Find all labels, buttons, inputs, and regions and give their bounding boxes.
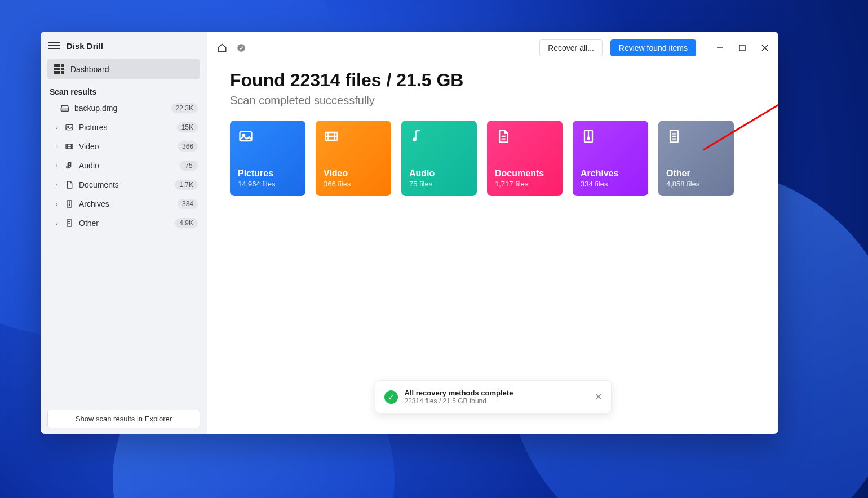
section-header-scan-results: Scan results — [41, 82, 207, 99]
archives-icon — [581, 128, 596, 144]
disk-icon — [60, 103, 70, 113]
documents-icon — [495, 128, 511, 144]
chevron-right-icon: › — [54, 143, 60, 150]
card-subtitle: 1,717 files — [495, 180, 555, 188]
svg-point-14 — [237, 44, 245, 52]
svg-rect-1 — [66, 124, 73, 130]
sidebar-item-dashboard[interactable]: Dashboard — [47, 59, 200, 79]
audio-icon — [64, 161, 74, 171]
app-title: Disk Drill — [67, 41, 103, 51]
sidebar-footer: Show scan results in Explorer — [41, 404, 207, 434]
category-cards: Pictures 14,964 files Video 366 files Au… — [230, 121, 756, 196]
tree-label: Pictures — [79, 123, 172, 132]
count-badge: 4.9K — [175, 218, 198, 228]
toolbar: Recover all... Review found items — [207, 32, 778, 64]
svg-rect-0 — [61, 109, 69, 112]
success-check-icon: ✓ — [384, 390, 398, 404]
card-title: Pictures — [238, 168, 298, 179]
review-found-items-button[interactable]: Review found items — [610, 39, 696, 56]
tree-label: Archives — [79, 199, 173, 208]
menu-icon[interactable] — [48, 41, 60, 51]
dashboard-icon — [54, 64, 64, 74]
app-window: Disk Drill Dashboard Scan results backup… — [41, 32, 778, 434]
card-title: Audio — [409, 168, 469, 179]
tree-item-other[interactable]: › Other 4.9K — [41, 214, 207, 233]
count-badge: 22.3K — [171, 103, 198, 113]
card-archives[interactable]: Archives 334 files — [573, 121, 648, 196]
count-badge: 15K — [177, 122, 198, 132]
chevron-right-icon: › — [54, 220, 60, 226]
toast-close-icon[interactable]: ✕ — [595, 392, 602, 402]
audio-icon — [409, 128, 425, 144]
card-documents[interactable]: Documents 1,717 files — [487, 121, 563, 196]
tree-root-backup[interactable]: backup.dmg 22.3K — [41, 99, 207, 118]
card-subtitle: 334 files — [581, 180, 640, 188]
card-other[interactable]: Other 4,858 files — [658, 121, 734, 196]
card-subtitle: 4,858 files — [666, 180, 726, 188]
toast-subtitle: 22314 files / 21.5 GB found — [405, 397, 588, 405]
svg-rect-19 — [240, 132, 252, 141]
count-badge: 366 — [178, 141, 198, 152]
tree-item-archives[interactable]: › Archives 334 — [41, 194, 207, 214]
card-subtitle: 75 files — [409, 180, 469, 188]
svg-point-30 — [587, 137, 590, 140]
chevron-right-icon: › — [54, 201, 60, 207]
card-pictures[interactable]: Pictures 14,964 files — [230, 121, 305, 196]
tree-label: backup.dmg — [74, 104, 167, 113]
page-headline: Found 22314 files / 21.5 GB — [230, 70, 756, 91]
main-area: Recover all... Review found items Found … — [207, 32, 778, 434]
card-audio[interactable]: Audio 75 files — [401, 121, 477, 196]
card-subtitle: 366 files — [324, 180, 383, 188]
video-icon — [324, 128, 339, 144]
other-icon — [666, 128, 682, 144]
svg-rect-16 — [739, 45, 745, 51]
home-icon[interactable] — [216, 42, 228, 54]
tree-label: Documents — [79, 180, 170, 189]
svg-point-7 — [67, 166, 69, 168]
sidebar: Disk Drill Dashboard Scan results backup… — [41, 32, 207, 434]
archives-icon — [64, 199, 74, 209]
toast-title: All recovery methods complete — [405, 389, 588, 397]
count-badge: 75 — [180, 161, 198, 171]
pictures-icon — [64, 122, 74, 132]
other-icon — [64, 218, 74, 228]
video-icon — [64, 141, 74, 152]
svg-point-25 — [413, 137, 417, 141]
count-badge: 1.7K — [175, 180, 198, 190]
card-video[interactable]: Video 366 files — [316, 121, 391, 196]
tree-label: Audio — [79, 161, 175, 170]
card-title: Archives — [581, 168, 640, 179]
completion-toast: ✓ All recovery methods complete 22314 fi… — [375, 380, 612, 413]
pictures-icon — [238, 128, 254, 144]
chevron-right-icon: › — [54, 181, 60, 188]
page-subhead: Scan completed successfully — [230, 94, 756, 107]
close-icon[interactable] — [760, 43, 769, 52]
tree-item-video[interactable]: › Video 366 — [41, 137, 207, 156]
recover-all-button[interactable]: Recover all... — [539, 39, 603, 56]
window-controls — [715, 43, 769, 52]
minimize-icon[interactable] — [715, 43, 724, 52]
count-badge: 334 — [178, 199, 198, 209]
show-in-explorer-button[interactable]: Show scan results in Explorer — [47, 410, 200, 428]
chevron-right-icon: › — [54, 124, 60, 131]
card-title: Other — [666, 168, 726, 179]
card-subtitle: 14,964 files — [238, 180, 298, 188]
content-area: Found 22314 files / 21.5 GB Scan complet… — [207, 64, 778, 219]
tree-item-audio[interactable]: › Audio 75 — [41, 156, 207, 175]
svg-point-10 — [69, 204, 69, 205]
documents-icon — [64, 180, 74, 190]
tree-item-pictures[interactable]: › Pictures 15K — [41, 118, 207, 137]
sidebar-item-label: Dashboard — [70, 65, 109, 74]
check-badge-icon[interactable] — [236, 42, 247, 54]
maximize-icon[interactable] — [738, 43, 747, 52]
card-title: Video — [324, 168, 383, 179]
sidebar-header: Disk Drill — [41, 32, 207, 56]
toast-body: All recovery methods complete 22314 file… — [405, 389, 588, 405]
chevron-right-icon: › — [54, 162, 60, 169]
card-title: Documents — [495, 168, 555, 179]
tree-label: Video — [79, 142, 173, 151]
tree-item-documents[interactable]: › Documents 1.7K — [41, 175, 207, 194]
tree-label: Other — [79, 219, 170, 228]
